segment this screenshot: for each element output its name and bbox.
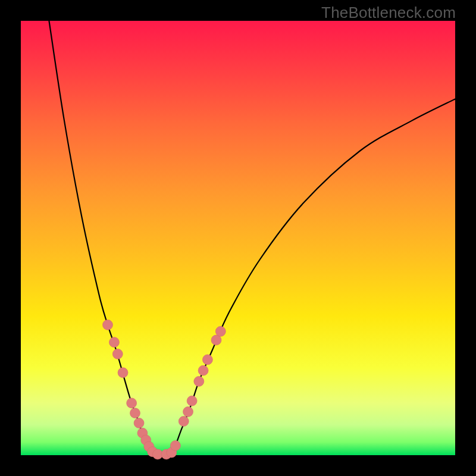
data-marker xyxy=(134,418,144,428)
data-marker xyxy=(198,365,208,375)
data-marker xyxy=(103,320,113,330)
curve-right xyxy=(171,99,455,454)
data-marker xyxy=(183,407,193,417)
data-marker xyxy=(170,440,180,450)
data-marker xyxy=(194,376,204,386)
data-marker xyxy=(112,349,123,359)
data-marker xyxy=(118,368,128,378)
data-marker xyxy=(109,337,119,347)
data-marker xyxy=(202,355,212,365)
attribution-text: TheBottleneck.com xyxy=(321,4,456,22)
data-marker xyxy=(127,398,137,408)
data-marker xyxy=(130,408,140,418)
data-marker xyxy=(215,326,226,336)
marker-group xyxy=(103,320,226,460)
curve-left xyxy=(49,21,153,455)
plot-area xyxy=(21,21,455,455)
chart-svg xyxy=(21,21,455,455)
data-marker xyxy=(178,416,189,427)
outer-frame: TheBottleneck.com xyxy=(0,0,476,476)
data-marker xyxy=(187,396,197,406)
